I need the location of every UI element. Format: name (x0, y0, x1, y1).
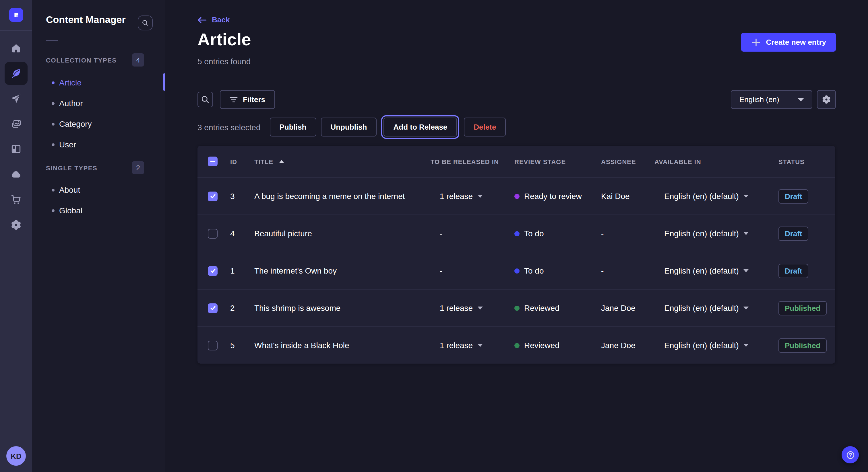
cell-assignee: - (599, 266, 654, 275)
strapi-logo[interactable] (9, 8, 23, 22)
gear-icon (822, 95, 831, 104)
rail-divider (0, 30, 32, 31)
entries-table: ID TITLE TO BE RELEASED IN REVIEW STAGE … (197, 146, 835, 364)
sidebar-item-about[interactable]: About (37, 179, 160, 200)
cell-status: Draft (777, 189, 835, 203)
cell-status: Draft (777, 264, 835, 278)
row-checkbox[interactable] (208, 266, 218, 276)
chevron-down-icon (743, 306, 749, 310)
sidebar-item-user[interactable]: User (37, 134, 160, 155)
chevron-down-icon (477, 306, 483, 310)
sidebar-search-button[interactable] (138, 15, 153, 30)
back-link[interactable]: Back (197, 15, 229, 24)
cell-assignee: Kai Doe (599, 192, 654, 201)
home-icon[interactable] (5, 37, 28, 60)
icon-rail: KD (0, 0, 32, 472)
column-header-title[interactable]: TITLE (254, 158, 431, 165)
help-button[interactable] (842, 446, 859, 463)
filters-button[interactable]: Filters (220, 90, 275, 109)
cell-id: 5 (230, 341, 254, 350)
row-checkbox[interactable] (208, 303, 218, 313)
column-header-status: STATUS (777, 158, 835, 165)
sort-asc-icon (279, 160, 284, 163)
cell-to-be-released-in[interactable]: - (431, 266, 512, 275)
table-row[interactable]: 2This shrimp is awesome1 releaseReviewed… (197, 289, 835, 326)
bullet-icon (52, 102, 55, 105)
chevron-down-icon (743, 269, 749, 272)
sidebar-item-category[interactable]: Category (37, 113, 160, 134)
check-icon (209, 267, 216, 274)
sidebar-item-label: Global (59, 206, 82, 215)
content-type-builder-icon[interactable] (5, 138, 28, 161)
sidebar-item-global[interactable]: Global (37, 200, 160, 221)
cell-available-in[interactable]: English (en) (default) (654, 303, 777, 312)
stage-dot-icon (515, 194, 520, 199)
table-row[interactable]: 1The internet's Own boy-To do-English (e… (197, 252, 835, 289)
content-manager-icon[interactable] (5, 62, 28, 85)
add-to-release-button[interactable]: Add to Release (383, 117, 457, 136)
collection-types-heading: COLLECTION TYPES 4 (46, 53, 144, 67)
locale-select[interactable]: English (en) (731, 90, 812, 109)
settings-icon[interactable] (5, 213, 28, 236)
create-new-entry-label: Create new entry (766, 38, 826, 46)
chevron-down-icon (743, 194, 749, 198)
check-icon (209, 193, 216, 200)
cell-title[interactable]: Beautiful picture (254, 229, 431, 238)
marketplace-icon[interactable] (5, 188, 28, 211)
cell-available-in[interactable]: English (en) (default) (654, 341, 777, 350)
sidebar-item-author[interactable]: Author (37, 93, 160, 113)
cell-review-stage: Reviewed (512, 341, 599, 350)
main-content: Back Article 5 entries found Create new … (165, 0, 868, 472)
cell-to-be-released-in[interactable]: 1 release (431, 303, 512, 312)
bullet-icon (52, 143, 55, 146)
publish-button[interactable]: Publish (270, 117, 316, 136)
status-badge: Draft (778, 226, 809, 241)
view-settings-button[interactable] (817, 90, 836, 109)
cell-to-be-released-in[interactable]: 1 release (431, 192, 512, 201)
indeterminate-icon (210, 158, 216, 165)
create-new-entry-button[interactable]: Create new entry (741, 33, 836, 52)
cell-title[interactable]: A bug is becoming a meme on the internet (254, 192, 431, 201)
sidebar-item-article[interactable]: Article (37, 72, 160, 93)
bullet-icon (52, 81, 55, 84)
cell-title[interactable]: The internet's Own boy (254, 266, 431, 275)
row-checkbox[interactable] (208, 340, 218, 350)
cell-available-in[interactable]: English (en) (default) (654, 192, 777, 201)
media-library-icon[interactable] (5, 112, 28, 135)
bullet-icon (52, 189, 55, 191)
row-checkbox[interactable] (208, 191, 218, 201)
cell-to-be-released-in[interactable]: 1 release (431, 341, 512, 350)
cell-id: 3 (230, 192, 254, 201)
sidebar-item-label: About (59, 185, 80, 194)
sidebar-item-label: Category (59, 119, 92, 129)
cell-available-in[interactable]: English (en) (default) (654, 229, 777, 238)
table-row[interactable]: 3A bug is becoming a meme on the interne… (197, 177, 835, 214)
sidebar-item-label: User (59, 140, 76, 149)
single-types-label: SINGLE TYPES (46, 164, 97, 171)
stage-dot-icon (515, 231, 520, 236)
releases-icon[interactable] (5, 87, 28, 110)
select-all-checkbox[interactable] (208, 157, 218, 166)
cell-available-in[interactable]: English (en) (default) (654, 266, 777, 275)
status-badge: Draft (778, 264, 809, 278)
deploy-cloud-icon[interactable] (5, 163, 28, 186)
table-row[interactable]: 5What's inside a Black Hole1 releaseRevi… (197, 326, 835, 364)
delete-button[interactable]: Delete (464, 117, 506, 136)
chevron-down-icon (798, 98, 804, 101)
bullet-icon (52, 209, 55, 212)
user-avatar[interactable]: KD (6, 446, 26, 466)
row-checkbox[interactable] (208, 229, 218, 238)
cell-title[interactable]: What's inside a Black Hole (254, 341, 431, 350)
status-badge: Published (778, 338, 827, 352)
unpublish-button[interactable]: Unpublish (321, 117, 377, 136)
cell-to-be-released-in[interactable]: - (431, 229, 512, 238)
sidebar-item-label: Author (59, 99, 83, 108)
table-row[interactable]: 4Beautiful picture-To do-English (en) (d… (197, 214, 835, 252)
toolbar: Filters English (en) (197, 90, 836, 109)
cell-title[interactable]: This shrimp is awesome (254, 303, 431, 312)
chevron-down-icon (743, 232, 749, 235)
search-button[interactable] (197, 92, 213, 107)
chevron-down-icon (477, 194, 483, 198)
check-icon (209, 305, 216, 311)
cell-assignee: Jane Doe (599, 341, 654, 350)
